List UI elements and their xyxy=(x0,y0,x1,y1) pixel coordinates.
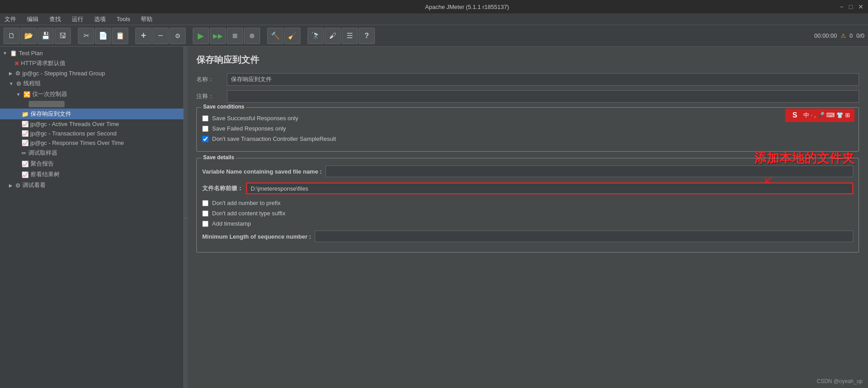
save-details-legend: Save details xyxy=(201,154,236,161)
sogou-label: S xyxy=(790,110,800,120)
paste-button[interactable]: 📋 xyxy=(112,28,128,44)
warning-icon: ⚠ xyxy=(841,32,846,39)
sidebar-item-save-responses[interactable]: 📁 保存响应到文件 xyxy=(0,109,183,119)
timer-display: 00:00:00 xyxy=(814,32,837,39)
save-failed-checkbox[interactable] xyxy=(202,126,208,132)
stop-button[interactable]: ⏹ xyxy=(227,28,243,44)
dont-add-number-label: Don't add number to prefix xyxy=(212,200,281,206)
sidebar-item-active-threads[interactable]: 📈 jp@gc - Active Threads Over Time xyxy=(0,119,183,129)
dont-add-content-label: Don't add content type suffix xyxy=(212,210,285,217)
clear-button[interactable]: 🔨 xyxy=(267,28,283,44)
shutdown-button[interactable]: ⏺ xyxy=(244,28,260,44)
close-button[interactable]: ✕ xyxy=(858,3,864,10)
sidebar-item-debug-sampler[interactable]: ✏ 调试取样器 xyxy=(0,148,183,158)
sidebar-item-test-plan[interactable]: ▼ 📋 Test Plan xyxy=(0,48,183,58)
toolbar-run-group: ▶ ▶▶ ⏹ ⏺ xyxy=(193,28,260,44)
settings-button[interactable]: ⚙ xyxy=(169,28,186,44)
cut-button[interactable]: ✂ xyxy=(78,28,94,44)
test-plan-label: Test Plan xyxy=(19,50,43,57)
expand-arrow: ▼ xyxy=(16,92,21,97)
start-no-pause-button[interactable]: ▶▶ xyxy=(210,28,226,44)
sidebar-item-blurred[interactable] xyxy=(0,100,183,109)
no-arrow xyxy=(9,61,12,66)
sogou-ime-bar: S 中 · , 🎤 ⌨ 👕 ⊞ xyxy=(785,109,855,122)
saveas-button[interactable]: 🖫 xyxy=(55,28,71,44)
min-length-label: Minimum Length of sequence number : xyxy=(202,233,311,240)
expand-arrow: ▼ xyxy=(9,81,13,86)
sidebar-item-thread-group[interactable]: ▼ ⚙ 线程组 xyxy=(0,78,183,89)
sidebar-item-debug-view[interactable]: ▶ ⚙ 调试看看 xyxy=(0,180,183,191)
blurred-icon xyxy=(29,101,65,107)
help-button[interactable]: ? xyxy=(359,28,375,44)
sidebar-item-response-times[interactable]: 📈 jp@gc - Response Times Over Time xyxy=(0,138,183,148)
variable-name-label: Variable Name containing saved file name… xyxy=(202,168,322,175)
expand-arrow: ▶ xyxy=(9,71,13,76)
clear-all-button[interactable]: 🧹 xyxy=(284,28,300,44)
menu-edit[interactable]: 编辑 xyxy=(25,14,40,24)
transactions-icon: 📈 xyxy=(22,130,29,137)
brush-button[interactable]: 🖌 xyxy=(325,28,341,44)
dont-save-transaction-checkbox[interactable] xyxy=(202,136,208,142)
menu-help[interactable]: 帮助 xyxy=(139,14,154,24)
add-button[interactable]: + xyxy=(135,28,152,44)
maximize-button[interactable]: □ xyxy=(849,3,853,10)
file-prefix-row: 文件名称前缀： xyxy=(202,183,853,194)
menu-find[interactable]: 查找 xyxy=(48,14,63,24)
active-threads-label: jp@gc - Active Threads Over Time xyxy=(30,121,119,127)
window-controls[interactable]: − □ ✕ xyxy=(840,3,864,10)
save-conditions-section: Save conditions Save Successful Response… xyxy=(196,107,859,152)
thread-group-icon: ⚙ xyxy=(16,80,22,87)
menu-file[interactable]: 文件 xyxy=(3,14,18,24)
menu-run[interactable]: 运行 xyxy=(70,14,85,24)
sidebar-item-transactions[interactable]: 📈 jp@gc - Transactions per Second xyxy=(0,129,183,138)
add-timestamp-checkbox[interactable] xyxy=(202,221,208,227)
dont-add-number-checkbox[interactable] xyxy=(202,200,208,206)
sidebar-item-aggregate[interactable]: 📈 聚合报告 xyxy=(0,158,183,169)
response-times-icon: 📈 xyxy=(22,140,29,146)
min-length-input[interactable] xyxy=(315,231,853,242)
dont-add-number-row: Don't add number to prefix xyxy=(202,200,853,206)
title-bar: Apache JMeter (5.1.1 r1855137) − □ ✕ xyxy=(0,0,868,13)
expand-arrow: ▼ xyxy=(3,51,7,56)
error-count: 0/0 xyxy=(856,32,864,39)
debug-sampler-icon: ✏ xyxy=(22,150,26,157)
once-controller-icon: 🔀 xyxy=(23,91,30,98)
new-button[interactable]: 🗋 xyxy=(4,28,20,44)
stepping-label: jp@gc - Stepping Thread Group xyxy=(22,70,105,77)
start-button[interactable]: ▶ xyxy=(193,28,209,44)
comment-input[interactable] xyxy=(227,90,859,103)
variable-name-row: Variable Name containing saved file name… xyxy=(202,166,853,177)
copy-button[interactable]: 📄 xyxy=(95,28,111,44)
thread-group-label: 线程组 xyxy=(23,79,41,87)
save-responses-label: 保存响应到文件 xyxy=(30,110,71,118)
window-title: Apache JMeter (5.1.1 r1855137) xyxy=(94,4,840,10)
min-length-row: Minimum Length of sequence number : xyxy=(202,231,853,242)
debug-view-icon: ⚙ xyxy=(15,182,21,189)
dont-add-content-checkbox[interactable] xyxy=(202,210,208,217)
sidebar-item-stepping-thread[interactable]: ▶ ⚙ jp@gc - Stepping Thread Group xyxy=(0,69,183,78)
sidebar-item-once-controller[interactable]: ▼ 🔀 仅一次控制器 xyxy=(0,89,183,100)
minimize-button[interactable]: − xyxy=(840,3,843,10)
main-area: ▼ 📋 Test Plan ✖ HTTP请求默认值 ▶ ⚙ jp@gc - St… xyxy=(0,47,868,388)
variable-name-input[interactable] xyxy=(326,166,853,177)
remove-button[interactable]: − xyxy=(152,28,169,44)
stepping-icon: ⚙ xyxy=(15,70,21,77)
search-button[interactable]: 🔭 xyxy=(308,28,324,44)
resize-handle[interactable]: ··· xyxy=(184,47,187,388)
name-input[interactable] xyxy=(227,73,859,86)
sidebar-item-view-results[interactable]: 📈 察看结果树 xyxy=(0,169,183,180)
file-prefix-input[interactable] xyxy=(246,183,853,194)
open-button[interactable]: 📂 xyxy=(21,28,37,44)
save-button[interactable]: 💾 xyxy=(38,28,54,44)
save-conditions-legend: Save conditions xyxy=(201,104,246,110)
sidebar-item-http-defaults[interactable]: ✖ HTTP请求默认值 xyxy=(0,58,183,69)
save-successful-label: Save Successful Responses only xyxy=(212,115,298,122)
save-successful-checkbox[interactable] xyxy=(202,115,208,122)
sogou-options: 中 · , 🎤 ⌨ 👕 ⊞ xyxy=(803,111,850,119)
list-button[interactable]: ☰ xyxy=(342,28,358,44)
menu-tools[interactable]: Tools xyxy=(115,15,132,23)
menu-options[interactable]: 选项 xyxy=(92,14,108,24)
menu-bar: 文件 编辑 查找 运行 选项 Tools 帮助 xyxy=(0,13,868,25)
toolbar-node-group: + − ⚙ xyxy=(135,28,186,44)
csdn-watermark: CSDN @oyeah_up xyxy=(817,378,863,384)
